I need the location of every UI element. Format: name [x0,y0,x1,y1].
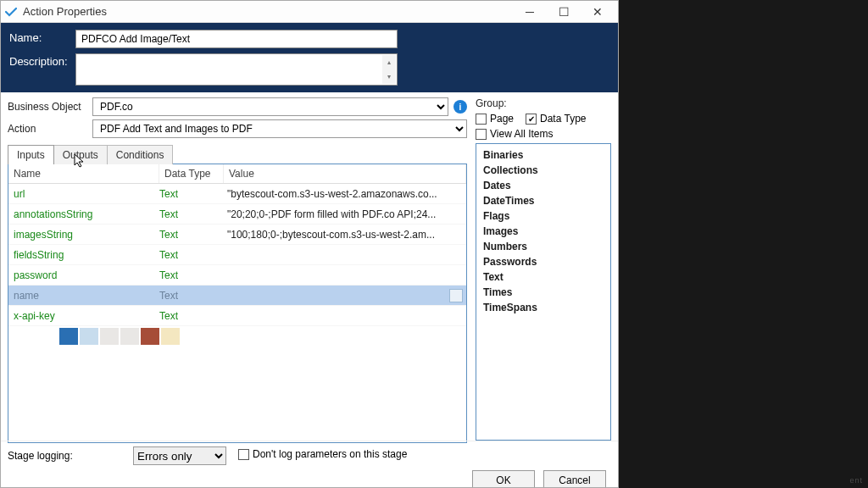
cell-value: "20;20;0-;PDF form filled with PDF.co AP… [224,208,466,220]
header-panel: Name: Description: ▴ ▾ [1,23,618,92]
window-title: Action Properties [23,5,513,18]
cell-type: Text [159,290,224,302]
table-row[interactable]: passwordText [8,265,466,286]
cancel-button[interactable]: Cancel [543,470,606,487]
checkbox-datatype[interactable]: ✔Data Type [526,113,586,125]
maximize-button[interactable]: ☐ [547,2,581,22]
action-select[interactable]: PDF Add Text and Images to PDF [92,119,467,138]
description-textarea[interactable] [76,54,381,85]
description-field[interactable]: ▴ ▾ [75,53,398,86]
swatch[interactable] [80,328,98,345]
cell-type: Text [159,249,224,261]
watermark: ent [849,476,863,485]
cell-name: url [8,188,159,200]
checkbox-dont-log[interactable]: Don't log parameters on this stage [238,448,407,460]
checkbox-page[interactable]: Page [476,113,514,125]
cell-name: password [8,269,159,281]
table-row[interactable]: imagesStringText"100;180;0-;bytescout-co… [8,225,466,245]
edit-icon[interactable] [449,289,463,302]
category-list: BinariesCollectionsDatesDateTimesFlagsIm… [476,143,611,441]
cell-type: Text [159,208,224,220]
info-icon[interactable]: i [453,100,467,114]
description-label: Description: [9,53,75,68]
category-item[interactable]: Collections [481,163,605,178]
category-item[interactable]: TimeSpans [481,300,605,315]
tab-conditions[interactable]: Conditions [107,145,174,164]
name-input[interactable] [75,30,398,48]
color-swatches [8,326,466,347]
app-icon [4,5,18,19]
cell-type: Text [159,229,224,241]
table-row[interactable]: nameText [8,286,466,306]
header-value: Value [224,164,466,183]
group-label: Group: [476,97,611,109]
business-object-select[interactable]: PDF.co [92,97,448,116]
table-row[interactable]: x-api-keyText [8,306,466,326]
swatch[interactable] [161,328,180,345]
category-item[interactable]: Numbers [481,239,605,254]
swatch[interactable] [59,328,78,345]
ok-button[interactable]: OK [472,470,535,487]
header-name: Name [8,164,159,183]
stage-logging-select[interactable]: Errors only [133,446,226,465]
inputs-table: Name Data Type Value urlText"bytescout-c… [8,164,467,443]
desc-spin-down-icon[interactable]: ▾ [382,69,396,84]
cell-name: x-api-key [8,310,159,322]
category-item[interactable]: Text [481,269,605,285]
category-item[interactable]: Times [481,285,605,300]
cell-name: fieldsString [8,249,159,261]
cell-type: Text [159,310,224,322]
desc-spin-up-icon[interactable]: ▴ [382,55,396,69]
category-item[interactable]: DateTimes [481,193,605,208]
swatch[interactable] [120,328,139,345]
business-object-label: Business Object [8,101,92,113]
tab-outputs[interactable]: Outputs [53,145,108,164]
action-label: Action [8,123,92,135]
category-item[interactable]: Binaries [481,147,605,163]
cell-name: name [8,290,159,302]
cell-value: "bytescout-com.s3-us-west-2.amazonaws.co… [224,188,466,200]
cell-type: Text [159,188,224,200]
category-item[interactable]: Passwords [481,254,605,269]
close-button[interactable]: ✕ [581,2,615,22]
table-row[interactable]: fieldsStringText [8,245,466,265]
table-row[interactable]: urlText"bytescout-com.s3-us-west-2.amazo… [8,184,466,204]
name-label: Name: [9,30,75,44]
stage-logging-label: Stage logging: [8,450,126,462]
action-properties-dialog: Action Properties ─ ☐ ✕ Name: Descriptio… [0,0,619,488]
tabstrip: Inputs Outputs Conditions [8,145,467,164]
category-item[interactable]: Images [481,224,605,239]
titlebar: Action Properties ─ ☐ ✕ [1,1,618,23]
swatch[interactable] [141,328,159,345]
table-row[interactable]: annotationsStringText"20;20;0-;PDF form … [8,204,466,225]
minimize-button[interactable]: ─ [513,2,547,22]
cell-name: annotationsString [8,208,159,220]
swatch[interactable] [100,328,119,345]
category-item[interactable]: Flags [481,208,605,224]
cell-name: imagesString [8,229,159,241]
cell-value: "100;180;0-;bytescout-com.s3-us-west-2.a… [224,229,466,241]
cell-type: Text [159,269,224,281]
header-type: Data Type [159,164,224,183]
category-item[interactable]: Dates [481,178,605,193]
tab-inputs[interactable]: Inputs [8,145,54,164]
checkbox-view-all[interactable]: View All Items [476,128,611,140]
